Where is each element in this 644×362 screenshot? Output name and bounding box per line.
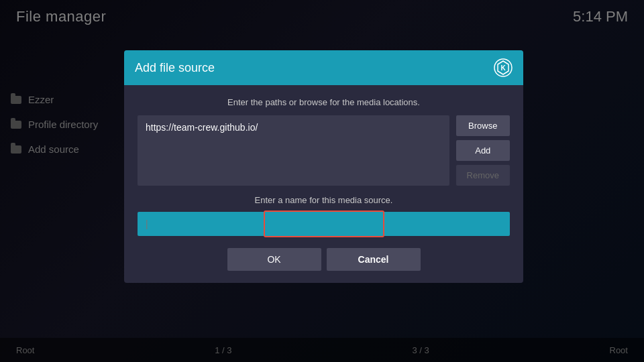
dialog-title: Add file source <box>135 61 215 75</box>
dialog-header: Add file source K <box>124 50 523 85</box>
name-input[interactable] <box>138 212 510 236</box>
remove-button[interactable]: Remove <box>456 165 510 186</box>
add-file-source-dialog: Add file source K Enter the paths or bro… <box>124 50 523 283</box>
dialog-instruction: Enter the paths or browse for the media … <box>138 97 510 107</box>
url-input-area[interactable]: https://team-crew.github.io/ <box>138 115 449 186</box>
url-buttons: Browse Add Remove <box>456 115 510 186</box>
url-section: https://team-crew.github.io/ Browse Add … <box>138 115 510 186</box>
cancel-button[interactable]: Cancel <box>327 248 421 271</box>
name-input-wrapper <box>138 212 510 236</box>
url-text: https://team-crew.github.io/ <box>146 122 441 133</box>
ok-button[interactable]: OK <box>227 248 321 271</box>
name-label: Enter a name for this media source. <box>138 195 510 205</box>
add-button[interactable]: Add <box>456 140 510 161</box>
browse-button[interactable]: Browse <box>456 115 510 136</box>
kodi-logo-icon: K <box>494 58 513 77</box>
dialog-body: Enter the paths or browse for the media … <box>124 85 523 283</box>
svg-text:K: K <box>500 64 506 72</box>
dialog-actions: OK Cancel <box>138 248 510 271</box>
